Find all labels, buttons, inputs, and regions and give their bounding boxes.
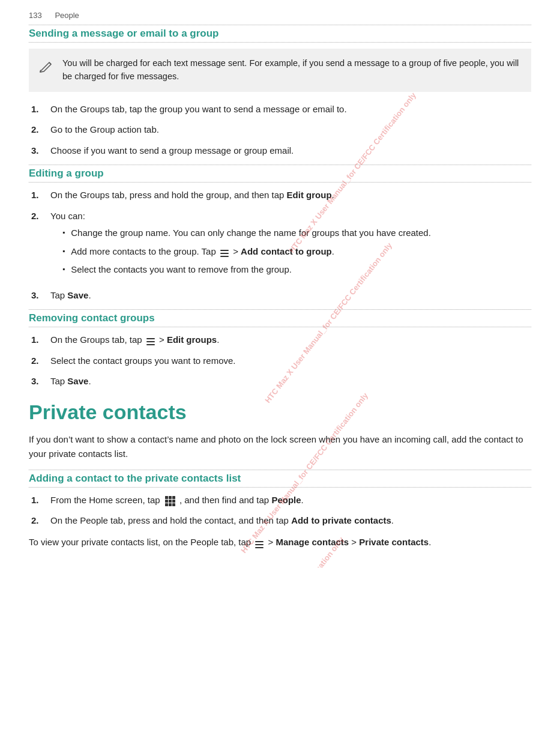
svg-rect-5 <box>146 344 155 345</box>
divider-sending-bottom <box>29 42 531 43</box>
page-section: People <box>55 11 79 20</box>
svg-rect-0 <box>220 250 229 251</box>
private-contacts-description: If you don’t want to show a contact’s na… <box>29 432 531 461</box>
sending-steps-list: 1. On the Groups tab, tap the group you … <box>29 103 531 158</box>
menu-dots-icon <box>220 248 229 256</box>
svg-rect-15 <box>255 541 263 542</box>
pencil-icon <box>37 58 54 79</box>
svg-rect-16 <box>255 544 263 545</box>
removing-step-1: 1. On the Groups tab, tap > Edit groups. <box>29 333 531 347</box>
editing-steps-list: 1. On the Groups tab, press and hold the… <box>29 189 531 302</box>
divider-removing-bottom <box>29 327 531 327</box>
sending-step-1: 1. On the Groups tab, tap the group you … <box>29 103 531 116</box>
svg-rect-12 <box>165 503 168 506</box>
divider-removing-top <box>29 309 531 310</box>
note-text: You will be charged for each text messag… <box>62 57 520 83</box>
removing-step-3: 3. Tap Save. <box>29 375 531 389</box>
svg-rect-1 <box>220 253 229 254</box>
svg-rect-7 <box>169 496 172 499</box>
svg-rect-2 <box>220 256 229 257</box>
section-title-removing: Removing contact groups <box>29 312 531 324</box>
sending-step-3: 3. Choose if you want to send a group me… <box>29 144 531 158</box>
adding-step-1: 1. From the Home screen, tap <box>29 494 531 507</box>
grid-apps-icon <box>164 495 176 507</box>
svg-rect-13 <box>169 503 172 506</box>
svg-rect-11 <box>172 500 175 503</box>
divider-editing-bottom <box>29 182 531 183</box>
editing-step-2: 2. You can: Change the group name. You c… <box>29 210 531 282</box>
svg-rect-14 <box>172 503 175 506</box>
page-header: 133 People <box>29 11 531 20</box>
divider-adding-bottom <box>29 487 531 488</box>
svg-rect-10 <box>169 500 172 503</box>
editing-bullet-1: Change the group name. You can only chan… <box>62 226 531 240</box>
menu-icon-removing <box>146 336 155 345</box>
editing-bullet-2: Add more contacts to the group. Tap > Ad… <box>62 245 531 259</box>
adding-steps-list: 1. From the Home screen, tap <box>29 494 531 528</box>
private-contacts-footer: To view your private contacts list, on t… <box>29 535 531 549</box>
note-box: You will be charged for each text messag… <box>29 49 531 92</box>
svg-rect-17 <box>255 547 263 548</box>
editing-step-1: 1. On the Groups tab, press and hold the… <box>29 189 531 202</box>
section-title-editing: Editing a group <box>29 168 531 180</box>
svg-rect-4 <box>146 341 155 342</box>
section-title-adding: Adding a contact to the private contacts… <box>29 473 531 485</box>
divider-editing-top <box>29 165 531 165</box>
sending-step-2: 2. Go to the Group action tab. <box>29 123 531 137</box>
editing-step-3: 3. Tap Save. <box>29 289 531 303</box>
svg-rect-6 <box>165 496 168 499</box>
divider-sending-top <box>29 25 531 25</box>
divider-adding-top <box>29 470 531 470</box>
removing-steps-list: 1. On the Groups tab, tap > Edit groups.… <box>29 333 531 389</box>
svg-rect-9 <box>165 500 168 503</box>
adding-step-2: 2. On the People tab, press and hold the… <box>29 514 531 528</box>
svg-rect-3 <box>146 338 155 339</box>
menu-icon-footer <box>254 539 264 547</box>
private-contacts-title: Private contacts <box>29 401 531 424</box>
page-number: 133 <box>29 11 42 20</box>
svg-rect-8 <box>172 496 175 499</box>
section-title-sending: Sending a message or email to a group <box>29 28 531 40</box>
removing-step-2: 2. Select the contact groups you want to… <box>29 354 531 368</box>
editing-bullet-3: Select the contacts you want to remove f… <box>62 263 531 277</box>
editing-bullets: Change the group name. You can only chan… <box>62 226 531 277</box>
